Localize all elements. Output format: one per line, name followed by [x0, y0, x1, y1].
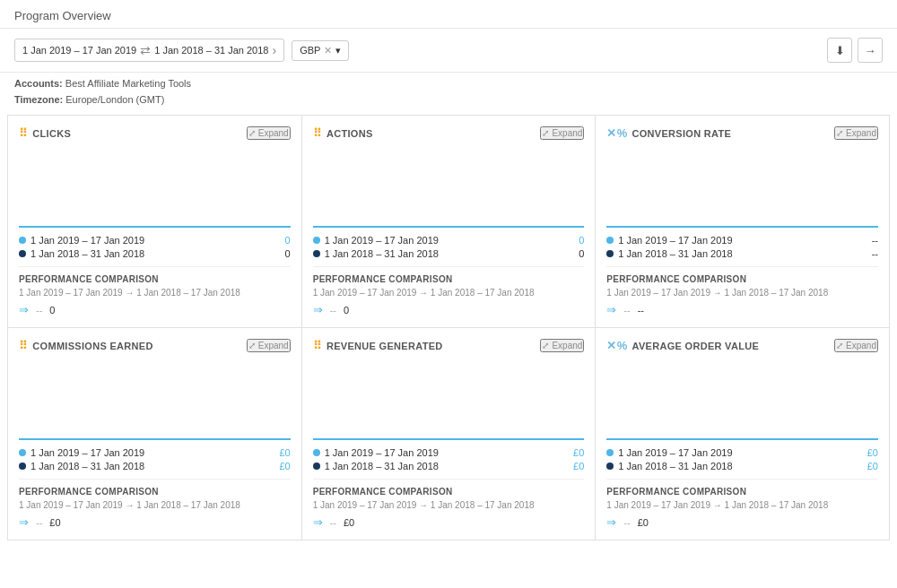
download-button[interactable]: ⬇	[827, 38, 852, 63]
card-icon-conversion-rate: ✕%	[606, 126, 627, 140]
legend-range-1: 1 Jan 2018 – 31 Jan 2018	[30, 248, 144, 259]
date-range-secondary-label: 1 Jan 2018 – 31 Jan 2018	[154, 45, 268, 56]
legend-value-1: £0	[573, 461, 584, 471]
legend-conversion-rate: 1 Jan 2019 – 17 Jan 2019 -- 1 Jan 2018 –…	[606, 235, 878, 259]
legend-dot-1	[606, 463, 614, 470]
perf-number-commissions-earned: £0	[49, 517, 60, 528]
legend-range-0: 1 Jan 2019 – 17 Jan 2019	[30, 447, 144, 458]
chart-average-order-value	[606, 359, 878, 440]
legend-clicks: 1 Jan 2019 – 17 Jan 2019 0 1 Jan 2018 – …	[19, 235, 291, 259]
perf-section-revenue-generated: PERFORMANCE COMPARISON 1 Jan 2019 – 17 J…	[313, 479, 585, 529]
perf-number-clicks: 0	[49, 305, 55, 316]
card-title-text-conversion-rate: CONVERSION RATE	[632, 128, 732, 139]
legend-average-order-value: 1 Jan 2019 – 17 Jan 2019 £0 1 Jan 2018 –…	[606, 447, 878, 471]
perf-dashes-actions: --	[330, 305, 336, 316]
legend-range-1: 1 Jan 2018 – 31 Jan 2018	[30, 461, 144, 471]
card-title-conversion-rate: ✕% CONVERSION RATE	[606, 126, 731, 140]
legend-value-0: £0	[573, 447, 584, 458]
legend-range-0: 1 Jan 2019 – 17 Jan 2019	[618, 235, 732, 246]
perf-label-revenue-generated: PERFORMANCE COMPARISON	[313, 487, 585, 497]
metrics-grid: ⠿ CLICKS ⤢ Expand 1 Jan 2019 – 17 Jan 20…	[7, 115, 890, 540]
chart-conversion-rate	[606, 147, 878, 228]
card-title-text-actions: ACTIONS	[327, 128, 373, 139]
perf-number-actions: 0	[344, 305, 349, 316]
card-icon-commissions-earned: ⠿	[19, 339, 28, 352]
legend-item-clicks-1: 1 Jan 2018 – 31 Jan 2018 0	[19, 248, 291, 259]
currency-value: GBP	[300, 45, 320, 56]
expand-icon-clicks: ⤢	[248, 128, 256, 138]
legend-item-clicks-0: 1 Jan 2019 – 17 Jan 2019 0	[19, 235, 291, 246]
accounts-label: Accounts:	[14, 78, 63, 89]
expand-button-conversion-rate[interactable]: ⤢ Expand	[834, 126, 878, 140]
perf-label-conversion-rate: PERFORMANCE COMPARISON	[606, 274, 878, 284]
legend-range-1: 1 Jan 2018 – 31 Jan 2018	[325, 461, 439, 471]
card-title-clicks: ⠿ CLICKS	[19, 126, 71, 140]
perf-arrow-average-order-value: ⇒	[606, 515, 616, 529]
legend-item-conversion-rate-0: 1 Jan 2019 – 17 Jan 2019 --	[606, 235, 878, 246]
perf-section-actions: PERFORMANCE COMPARISON 1 Jan 2019 – 17 J…	[313, 266, 585, 316]
expand-button-actions[interactable]: ⤢ Expand	[540, 126, 584, 140]
legend-actions: 1 Jan 2019 – 17 Jan 2019 0 1 Jan 2018 – …	[313, 235, 585, 259]
legend-value-0: £0	[279, 447, 290, 458]
perf-value-row-average-order-value: ⇒ -- £0	[606, 515, 878, 529]
perf-value-row-clicks: ⇒ -- 0	[19, 303, 291, 316]
perf-dashes-conversion-rate: --	[623, 305, 630, 316]
chart-actions	[313, 147, 585, 228]
perf-dates-commissions-earned: 1 Jan 2019 – 17 Jan 2019 → 1 Jan 2018 – …	[19, 500, 291, 510]
account-name: Best Affiliate Marketing Tools	[65, 78, 191, 89]
expand-button-average-order-value[interactable]: ⤢ Expand	[834, 339, 878, 352]
perf-arrow-revenue-generated: ⇒	[313, 515, 323, 529]
card-title-text-clicks: CLICKS	[32, 128, 71, 139]
currency-selector[interactable]: GBP ✕ ▾	[292, 40, 349, 61]
perf-number-average-order-value: £0	[638, 517, 649, 528]
card-header-average-order-value: ✕% AVERAGE ORDER VALUE ⤢ Expand	[606, 339, 878, 352]
legend-item-conversion-rate-1: 1 Jan 2018 – 31 Jan 2018 --	[606, 248, 878, 259]
legend-dot-1	[19, 250, 26, 257]
perf-dashes-clicks: --	[36, 305, 42, 316]
perf-number-revenue-generated: £0	[344, 517, 354, 528]
perf-dates-average-order-value: 1 Jan 2019 – 17 Jan 2019 → 1 Jan 2018 – …	[606, 500, 878, 510]
perf-dates-conversion-rate: 1 Jan 2019 – 17 Jan 2019 → 1 Jan 2018 – …	[606, 288, 878, 298]
expand-icon-conversion-rate: ⤢	[836, 128, 843, 138]
legend-value-1: 0	[285, 248, 291, 259]
card-commissions-earned: ⠿ COMMISSIONS EARNED ⤢ Expand 1 Jan 2019…	[8, 328, 302, 540]
toolbar-actions: ⬇ →	[827, 38, 883, 63]
expand-button-clicks[interactable]: ⤢ Expand	[247, 126, 291, 140]
legend-value-1: 0	[579, 248, 584, 259]
toolbar: 1 Jan 2019 – 17 Jan 2019 ⇄ 1 Jan 2018 – …	[0, 29, 897, 73]
legend-dot-0	[313, 237, 320, 244]
card-conversion-rate: ✕% CONVERSION RATE ⤢ Expand 1 Jan 2019 –…	[596, 116, 890, 328]
expand-icon-revenue-generated: ⤢	[542, 341, 549, 350]
page-title: Program Overview	[0, 0, 897, 29]
expand-label-commissions-earned: Expand	[258, 341, 289, 350]
legend-range-1: 1 Jan 2018 – 31 Jan 2018	[618, 248, 732, 259]
legend-item-actions-1: 1 Jan 2018 – 31 Jan 2018 0	[313, 248, 585, 259]
currency-dropdown-icon[interactable]: ▾	[335, 45, 341, 56]
currency-clear-icon[interactable]: ✕	[324, 45, 332, 56]
download-icon: ⬇	[835, 44, 845, 57]
expand-icon-commissions-earned: ⤢	[248, 341, 256, 350]
perf-section-commissions-earned: PERFORMANCE COMPARISON 1 Jan 2019 – 17 J…	[19, 479, 291, 529]
next-button[interactable]: →	[858, 38, 883, 63]
card-average-order-value: ✕% AVERAGE ORDER VALUE ⤢ Expand 1 Jan 20…	[596, 328, 890, 540]
date-range-primary[interactable]: 1 Jan 2019 – 17 Jan 2019 ⇄ 1 Jan 2018 – …	[14, 39, 284, 62]
card-icon-average-order-value: ✕%	[606, 339, 627, 352]
card-title-text-average-order-value: AVERAGE ORDER VALUE	[632, 341, 760, 351]
perf-dates-actions: 1 Jan 2019 – 17 Jan 2019 → 1 Jan 2018 – …	[313, 288, 585, 298]
legend-value-0: 0	[579, 235, 584, 246]
card-clicks: ⠿ CLICKS ⤢ Expand 1 Jan 2019 – 17 Jan 20…	[8, 116, 302, 328]
card-header-clicks: ⠿ CLICKS ⤢ Expand	[19, 126, 291, 140]
perf-value-row-revenue-generated: ⇒ -- £0	[313, 515, 585, 529]
legend-item-average-order-value-0: 1 Jan 2019 – 17 Jan 2019 £0	[606, 447, 878, 458]
card-title-actions: ⠿ ACTIONS	[313, 126, 373, 140]
card-icon-clicks: ⠿	[19, 126, 28, 140]
legend-value-0: £0	[867, 447, 878, 458]
perf-value-row-conversion-rate: ⇒ -- --	[606, 303, 878, 316]
card-title-revenue-generated: ⠿ REVENUE GENERATED	[313, 339, 443, 352]
perf-arrow-commissions-earned: ⇒	[19, 515, 29, 529]
chart-commissions-earned	[19, 359, 291, 440]
card-header-commissions-earned: ⠿ COMMISSIONS EARNED ⤢ Expand	[19, 339, 291, 352]
date-range-chevron: ›	[272, 43, 276, 57]
expand-button-commissions-earned[interactable]: ⤢ Expand	[247, 339, 291, 352]
expand-button-revenue-generated[interactable]: ⤢ Expand	[540, 339, 584, 352]
